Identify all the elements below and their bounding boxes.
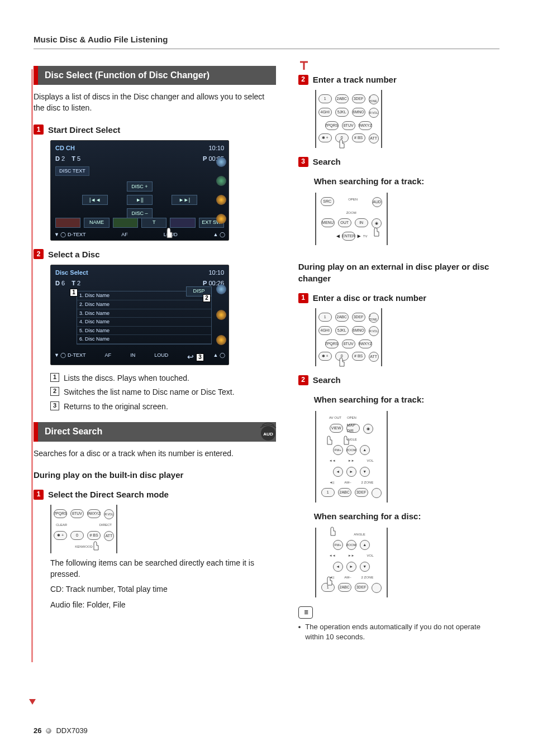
key-1[interactable]: 1 bbox=[318, 94, 332, 103]
key-3[interactable]: 3DEF bbox=[352, 313, 365, 322]
vol-down-key[interactable]: ▼ bbox=[360, 562, 370, 572]
disc-minus-button[interactable]: DISC – bbox=[127, 208, 153, 218]
menu-key[interactable]: MENU bbox=[321, 218, 335, 227]
disc-search-heading: When searching for a disc: bbox=[314, 510, 499, 522]
list-item[interactable]: 6. Disc Name bbox=[77, 335, 211, 344]
key-7[interactable]: 7PQRS bbox=[325, 121, 339, 130]
name-button[interactable]: NAME bbox=[84, 218, 109, 228]
key-8[interactable]: 8TUV bbox=[342, 339, 355, 348]
mapdir-key[interactable]: MAP DIR bbox=[346, 424, 360, 433]
side-icon[interactable] bbox=[216, 214, 226, 224]
play-pause-button[interactable]: ►|| bbox=[127, 195, 153, 205]
disc-plus-button[interactable]: DISC + bbox=[127, 181, 153, 192]
disc-text-tab[interactable]: DISC TEXT bbox=[55, 166, 89, 176]
fm-key[interactable]: FM+ bbox=[333, 540, 343, 550]
pointer-hand-icon bbox=[324, 433, 334, 446]
key-9[interactable]: 9WXYZ bbox=[87, 509, 101, 518]
rvol-key[interactable]: R.VOL bbox=[104, 509, 114, 519]
key-7[interactable]: 7PQRS bbox=[54, 509, 67, 518]
right-key[interactable]: ► bbox=[346, 562, 356, 572]
key-6[interactable]: 6MNO bbox=[352, 326, 365, 335]
key-8[interactable]: 8TUV bbox=[342, 121, 355, 130]
side-icon[interactable] bbox=[216, 195, 226, 205]
key-2[interactable]: 2ABC bbox=[335, 94, 349, 103]
rvol-key[interactable]: R.VOL bbox=[369, 108, 379, 118]
side-icon[interactable] bbox=[216, 310, 226, 320]
twozone-key[interactable]: 2 ZONE bbox=[369, 94, 379, 104]
list-item[interactable]: 4. Disc Name bbox=[77, 318, 211, 327]
key-2[interactable]: 2ABC bbox=[338, 583, 351, 592]
zone-key[interactable] bbox=[372, 488, 382, 498]
strip-button[interactable] bbox=[113, 218, 138, 228]
disc-list: 1. Disc Name 2. Disc Name 3. Disc Name 4… bbox=[77, 291, 212, 344]
list-item[interactable]: 3. Disc Name bbox=[77, 309, 211, 318]
twozone-label: 2 ZONE bbox=[361, 575, 374, 580]
key-star[interactable]: ✱ + bbox=[318, 352, 332, 361]
fm-key[interactable]: FM+ bbox=[333, 445, 343, 455]
key-9[interactable]: 9WXYZ bbox=[359, 121, 372, 130]
section-title: Disc Select (Function of Disc Changer) bbox=[38, 66, 216, 85]
zoom-key[interactable]: ZOOM bbox=[346, 445, 356, 455]
key-hash[interactable]: # BS bbox=[352, 133, 365, 142]
key-star[interactable]: ✱ + bbox=[318, 133, 332, 142]
key-3[interactable]: 3DEF bbox=[352, 94, 365, 103]
key-6[interactable]: 6MNO bbox=[352, 108, 365, 117]
key-1[interactable]: 1 bbox=[321, 488, 335, 497]
vol-label: VOL bbox=[367, 458, 374, 463]
vol-up-key[interactable]: ▲ bbox=[360, 445, 370, 455]
key-hash[interactable]: # BS bbox=[352, 352, 365, 361]
zone-key[interactable] bbox=[372, 583, 382, 593]
vol-up-key[interactable]: ▲ bbox=[360, 540, 370, 550]
prev-track-button[interactable]: |◄◄ bbox=[82, 195, 108, 205]
step-number: 1 bbox=[298, 293, 308, 303]
out-key[interactable]: OUT bbox=[338, 218, 351, 227]
remote-keypad-2: 1 2ABC 3DEF 2 ZONE 4GHI 5JKL 6MNO R.VOL … bbox=[315, 90, 382, 148]
left-key[interactable]: ◄ bbox=[333, 467, 343, 477]
nav-key[interactable]: ◉ bbox=[363, 424, 373, 434]
att-key[interactable]: ATT bbox=[104, 531, 114, 541]
key-3[interactable]: 3DEF bbox=[355, 583, 368, 592]
side-icon[interactable] bbox=[216, 157, 226, 167]
step-number: 2 bbox=[298, 75, 308, 85]
key-3[interactable]: 3DEF bbox=[355, 488, 368, 497]
key-5[interactable]: 5JKL bbox=[335, 108, 349, 117]
key-8[interactable]: 8TUV bbox=[70, 509, 84, 518]
remote-keypad-1: 7PQRS 8TUV 9WXYZ R.VOL CLEAR DIRECT ✱ + … bbox=[50, 505, 117, 553]
list-item[interactable]: 5. Disc Name bbox=[77, 327, 211, 336]
att-key[interactable]: ATT bbox=[369, 352, 379, 362]
rvol-key[interactable]: R.VOL bbox=[369, 326, 379, 336]
key-9[interactable]: 9WXYZ bbox=[359, 339, 372, 348]
left-key[interactable]: ◄ bbox=[333, 562, 343, 572]
twozone-key[interactable]: 2 ZONE bbox=[369, 313, 379, 323]
clear-label: CLEAR bbox=[56, 523, 67, 527]
key-2[interactable]: 2ABC bbox=[335, 313, 349, 322]
zoom-key[interactable]: ZOOM bbox=[346, 540, 356, 550]
side-icon[interactable] bbox=[216, 176, 226, 186]
att-key[interactable]: ATT bbox=[369, 133, 379, 143]
list-item[interactable]: 2. Disc Name bbox=[77, 300, 211, 309]
step-label: Search bbox=[313, 374, 341, 386]
key-4[interactable]: 4GHI bbox=[318, 108, 332, 117]
tv-label: TV bbox=[363, 234, 368, 238]
t-value: 5 bbox=[77, 155, 80, 162]
src-key[interactable]: SRC bbox=[321, 197, 334, 206]
t-value: 2 bbox=[77, 280, 80, 286]
view-key[interactable]: VIEW bbox=[330, 424, 343, 433]
step-label: Start Direct Select bbox=[48, 124, 120, 136]
in-key[interactable]: IN bbox=[355, 218, 368, 227]
next-track-button[interactable]: ►►| bbox=[172, 195, 197, 205]
aud-key[interactable]: AUD bbox=[372, 197, 382, 207]
side-icon[interactable] bbox=[216, 284, 226, 294]
key-2[interactable]: 2ABC bbox=[338, 488, 351, 497]
key-4[interactable]: 4GHI bbox=[318, 326, 332, 335]
strip-button[interactable] bbox=[55, 218, 80, 228]
key-7[interactable]: 7PQRS bbox=[325, 339, 339, 348]
key-5[interactable]: 5JKL bbox=[335, 326, 349, 335]
side-icon[interactable] bbox=[216, 335, 226, 345]
key-star[interactable]: ✱ + bbox=[54, 531, 67, 540]
key-1[interactable]: 1 bbox=[318, 313, 332, 322]
key-0[interactable]: 0 bbox=[70, 531, 84, 540]
right-key[interactable]: ► bbox=[346, 467, 356, 477]
vol-down-key[interactable]: ▼ bbox=[360, 467, 370, 477]
enter-key[interactable]: ENTER bbox=[342, 232, 355, 241]
